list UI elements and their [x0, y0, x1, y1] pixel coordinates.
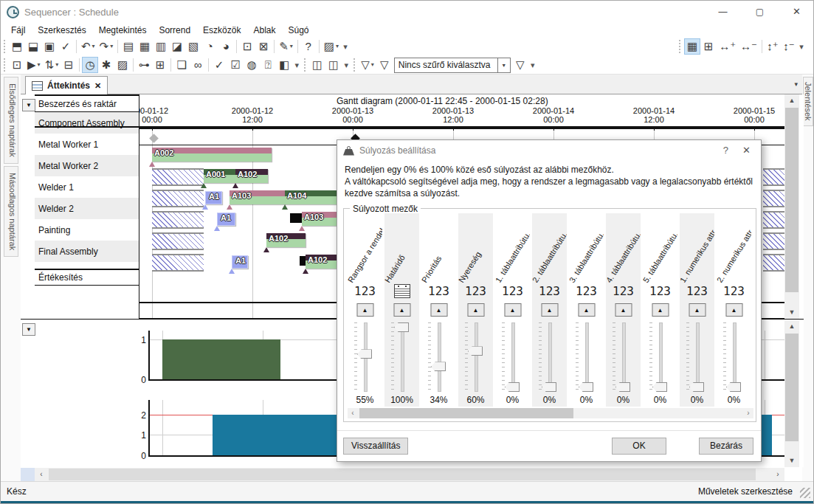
task-bar-a102[interactable]: A102 [235, 169, 268, 183]
direction-toggle-button[interactable]: ▲ [393, 303, 410, 317]
chevron-down-icon[interactable]: ▾ [110, 38, 113, 55]
side-tab-jelentesek[interactable]: Jelentések [803, 77, 813, 126]
weight-slider[interactable] [532, 321, 567, 393]
scroll-right-icon[interactable]: › [743, 408, 753, 418]
zoom-width-out-icon[interactable]: ↔⁻ [738, 38, 759, 55]
direction-toggle-button[interactable]: ▲ [467, 303, 484, 317]
pane-clock-icon[interactable]: ◫ [325, 57, 342, 73]
slider-thumb[interactable] [431, 362, 446, 371]
scroll-left-icon[interactable]: ‹ [348, 408, 358, 418]
calendar-view-icon[interactable]: ▦ [137, 38, 153, 55]
toolbar-grip[interactable] [3, 40, 7, 53]
gantt-row-label[interactable]: Értékesítés [35, 269, 139, 286]
table-edit-icon[interactable]: ▥ [153, 38, 169, 55]
weight-slider[interactable] [421, 321, 456, 393]
task-bar-a001[interactable]: A001 [204, 169, 235, 183]
gauge-view-icon[interactable]: ◔ [201, 38, 218, 55]
run-icon[interactable]: ▶▾ [25, 57, 43, 73]
slider-thumb[interactable] [689, 382, 704, 392]
slider-thumb[interactable] [615, 382, 630, 392]
chevron-down-icon[interactable]: ▾ [371, 57, 374, 73]
pane-save-icon[interactable]: ◫ [309, 57, 325, 73]
filter-combobox[interactable]: Nincs szűrő kiválasztva ▼ [394, 58, 511, 73]
chevron-down-icon[interactable]: ▾ [55, 57, 58, 73]
loop-icon[interactable]: ∞ [190, 57, 206, 73]
slider-thumb[interactable] [394, 322, 409, 332]
slider-thumb[interactable] [357, 349, 372, 359]
task-bar[interactable] [300, 256, 306, 266]
gantt-row-label[interactable]: Welder 1 [35, 176, 139, 198]
overview-view-icon[interactable]: ▤ [120, 38, 137, 55]
weight-slider[interactable] [606, 321, 641, 393]
copy-icon[interactable]: ❏ [173, 57, 190, 73]
menu-sorrend[interactable]: Sorrend [159, 25, 190, 35]
chart-doc-icon[interactable]: ◧ [276, 57, 292, 73]
task-bar-a103[interactable]: A103 [230, 190, 285, 204]
tab-attekintes[interactable]: Áttekintés ✕ [25, 76, 108, 94]
slider-thumb[interactable] [652, 382, 667, 392]
slider-thumb[interactable] [579, 382, 593, 392]
menu-ablak[interactable]: Ablak [253, 25, 275, 35]
chevron-down-icon[interactable]: ▾ [92, 38, 95, 55]
toolbar2-overflow2-icon[interactable]: ▾ [342, 57, 351, 73]
tab-list-chevron-icon[interactable]: ▾ [794, 80, 798, 88]
histogram-collapse-button[interactable]: ▼ [22, 323, 35, 336]
utilization-bar[interactable] [162, 339, 280, 379]
task-bar-a1[interactable]: A1 [205, 191, 222, 204]
notes-icon[interactable]: ▨▾ [322, 38, 341, 55]
cancel-button[interactable]: Bezárás [699, 438, 753, 455]
task-bar-a1[interactable]: A1 [232, 255, 248, 269]
gantt-row-label[interactable]: Welder 2 [35, 198, 139, 219]
close-button[interactable]: ✕ [780, 1, 813, 23]
horizontal-scrollbar[interactable]: ‹ › [35, 468, 784, 481]
toolbar-grip[interactable] [3, 58, 7, 72]
toolbar-grip[interactable] [353, 58, 356, 72]
grid-calendar-icon[interactable]: ⊞ [700, 38, 717, 55]
gantt-row-label[interactable]: Metal Worker 1 [35, 134, 139, 155]
maximize-button[interactable]: ▢ [743, 1, 776, 23]
milestone-diamond[interactable] [149, 134, 159, 143]
toolbar-grip[interactable] [678, 40, 682, 53]
direction-toggle-button[interactable]: ▲ [541, 303, 558, 317]
direction-toggle-button[interactable]: ▲ [689, 303, 706, 317]
direction-toggle-button[interactable]: ▲ [615, 303, 632, 317]
tab-close-icon[interactable]: ✕ [94, 81, 101, 91]
zoom-height-out-icon[interactable]: ↕⁻ [781, 38, 797, 55]
side-tab-elsodlegesnaptarak[interactable]: Elsődleges naptárak [4, 77, 18, 164]
sort-icon[interactable]: ⇅▾ [43, 57, 61, 73]
link-icon[interactable]: ⊶ [136, 57, 152, 73]
weight-slider[interactable] [458, 321, 493, 393]
validate-icon[interactable]: ✓ [58, 38, 74, 55]
weight-slider[interactable] [569, 321, 604, 393]
chevron-down-icon[interactable]: ▾ [336, 38, 339, 55]
scroll-down-icon[interactable]: ▼ [784, 455, 799, 467]
gantt-row-label[interactable]: Painting [35, 219, 139, 241]
help-icon[interactable]: ? [300, 38, 317, 55]
dialog-help-icon[interactable]: ? [723, 145, 728, 156]
clock-lock-icon[interactable]: ◷ [82, 57, 98, 73]
side-tab-masodlagosnaptarak[interactable]: Másodlagos naptárak [4, 166, 18, 257]
gantt-collapse-button[interactable]: ▼ [22, 99, 35, 111]
save-icon[interactable]: ▣ [41, 38, 58, 55]
pen-icon[interactable]: ✎▾ [277, 38, 295, 55]
gantt-row-label[interactable]: Final Assembly [35, 241, 139, 262]
scroll-right-icon[interactable]: › [771, 468, 784, 481]
filter-edit-icon[interactable]: ▽ [376, 57, 393, 73]
task-bar-a1[interactable]: A1 [217, 213, 235, 226]
open-folder-icon[interactable]: ⬒ [9, 38, 25, 55]
schedule-clock-icon[interactable]: ⊡ [239, 38, 255, 55]
direction-toggle-button[interactable]: ▲ [356, 303, 373, 317]
slider-thumb[interactable] [726, 382, 741, 392]
toolbar2-overflow-icon[interactable]: ▾ [292, 57, 301, 73]
menu-sugo[interactable]: Súgó [289, 25, 309, 35]
scroll-down-icon[interactable]: ▼ [784, 306, 799, 319]
globe-icon[interactable]: ◍ [244, 57, 260, 73]
box-check-icon[interactable]: ☑ [227, 57, 244, 73]
weight-slider[interactable] [717, 321, 751, 393]
doc-question-icon[interactable]: ⍰ [260, 57, 276, 73]
box-clock-icon[interactable]: ⊠ [255, 38, 272, 55]
schedule-box-icon[interactable]: ⊡ [9, 57, 25, 73]
grid-on-icon[interactable]: ▦ [684, 38, 700, 55]
histogram-vertical-scrollbar[interactable]: ▲ ▼ [784, 320, 799, 467]
scroll-left-icon[interactable]: ‹ [35, 468, 48, 481]
